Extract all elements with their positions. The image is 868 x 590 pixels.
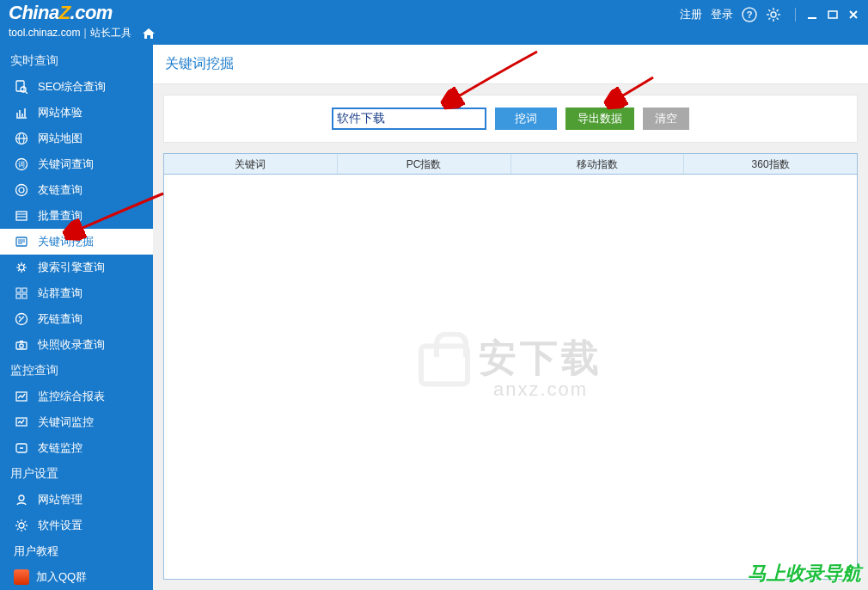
watermark-line1: 安下载 (479, 333, 602, 384)
sidebar-item-label: 快照收录查询 (38, 337, 105, 353)
sidebar-item-keyword-query[interactable]: 词 关键词查询 (0, 151, 153, 177)
camera-icon (14, 337, 29, 353)
results-table: 关键词 PC指数 移动指数 360指数 安下载 anxz.com (163, 153, 858, 580)
sidebar-item-experience[interactable]: 网站体验 (0, 100, 153, 126)
chart-icon (14, 105, 29, 120)
sidebar-item-label: 站群查询 (38, 286, 83, 301)
home-icon[interactable] (142, 28, 156, 41)
sidebar-item-deadlink[interactable]: 死链查询 (0, 306, 153, 332)
table-header: 关键词 PC指数 移动指数 360指数 (164, 154, 857, 175)
help-icon[interactable]: ? (742, 7, 757, 22)
logo: ChinaZ.com tool.chinaz.com | 站长工具 (9, 3, 156, 41)
mining-icon (14, 234, 29, 249)
svg-point-33 (19, 495, 24, 501)
window-controls (795, 8, 861, 22)
main-panel: 关键词挖掘 挖词 导出数据 清空 关键词 PC指数 移动指数 360指数 安下载… (153, 45, 868, 590)
section-realtime: 实时查询 (0, 48, 153, 74)
sidebar-item-monitor-report[interactable]: 监控综合报表 (0, 384, 153, 409)
sidebar-item-friendlink[interactable]: 友链查询 (0, 177, 153, 203)
sidebar-item-keyword-mining[interactable]: 关键词挖掘 (0, 229, 153, 255)
sidebar-item-guide[interactable]: 用户教程 (0, 538, 153, 564)
svg-point-28 (20, 344, 23, 347)
svg-rect-24 (16, 294, 21, 298)
section-monitor: 监控查询 (0, 358, 153, 384)
sidebar-item-se-query[interactable]: 搜索引擎查询 (0, 255, 153, 280)
lock-icon (419, 343, 470, 386)
sidebar-item-label: SEO综合查询 (38, 79, 106, 95)
footer-ad: 马上收录导航 (748, 561, 861, 587)
sidebar-item-qq[interactable]: 加入QQ群 (0, 564, 153, 590)
sidebar-item-label: 友链查询 (38, 182, 83, 198)
col-360-index: 360指数 (684, 154, 857, 174)
sitegroup-icon (14, 286, 29, 301)
sidebar-item-label: 网站管理 (38, 492, 83, 507)
sidebar-item-keyword-monitor[interactable]: 关键词监控 (0, 409, 153, 435)
export-button[interactable]: 导出数据 (565, 108, 634, 130)
watermark: 安下载 anxz.com (419, 333, 602, 401)
sidebar-item-label: 友链监控 (38, 440, 83, 456)
sidebar-item-sitemap[interactable]: 网站地图 (0, 126, 153, 151)
sidebar-item-friendlink-monitor[interactable]: 友链监控 (0, 435, 153, 461)
svg-rect-14 (16, 212, 27, 220)
sidebar-item-label: 关键词查询 (38, 157, 94, 172)
sidebar-item-label: 网站体验 (38, 105, 83, 120)
watermark-line2: anxz.com (479, 378, 602, 401)
svg-text:词: 词 (18, 161, 25, 169)
sidebar-item-seo[interactable]: SEO综合查询 (0, 74, 153, 100)
sidebar: 实时查询 SEO综合查询 网站体验 网站地图 词 关键词查询 友链查询 批量查询… (0, 45, 153, 590)
qq-icon (14, 569, 29, 585)
settings-icon[interactable] (766, 7, 781, 22)
sidebar-item-snapshot[interactable]: 快照收录查询 (0, 332, 153, 358)
sidebar-item-label: 批量查询 (38, 208, 83, 224)
keyword-input[interactable] (332, 108, 486, 130)
titlebar-right: 注册 登录 ? (680, 7, 861, 22)
sidebar-item-software-settings[interactable]: 软件设置 (0, 513, 153, 538)
page-title: 关键词挖掘 (153, 45, 868, 84)
sidebar-item-label: 加入QQ群 (36, 569, 87, 585)
svg-rect-4 (828, 11, 837, 18)
report-icon (14, 389, 29, 404)
logo-main: ChinaZ.com (9, 3, 156, 22)
clear-button[interactable]: 清空 (643, 108, 689, 130)
col-keyword: 关键词 (164, 154, 338, 174)
logo-text-z: Z (59, 2, 70, 23)
sidebar-item-sitegroup[interactable]: 站群查询 (0, 280, 153, 306)
search-doc-icon (14, 79, 29, 95)
sidebar-item-label: 关键词监控 (38, 415, 94, 430)
login-link[interactable]: 登录 (711, 7, 733, 22)
batch-icon (14, 208, 29, 224)
user-icon (14, 492, 29, 507)
keyword-icon: 词 (14, 157, 29, 172)
sidebar-item-label: 死链查询 (38, 311, 83, 327)
minimize-button[interactable] (804, 8, 820, 22)
globe-icon (14, 131, 29, 146)
spider-icon (14, 260, 29, 275)
link-monitor-icon (14, 440, 29, 456)
logo-domain: tool.chinaz.com (9, 28, 80, 38)
sidebar-item-batch[interactable]: 批量查询 (0, 203, 153, 229)
svg-point-2 (771, 12, 776, 17)
sidebar-item-label: 监控综合报表 (38, 389, 105, 404)
register-link[interactable]: 注册 (680, 7, 702, 22)
col-pc-index: PC指数 (338, 154, 511, 174)
dig-button[interactable]: 挖词 (495, 108, 557, 130)
sidebar-item-site-manage[interactable]: 网站管理 (0, 487, 153, 513)
toolbar: 挖词 导出数据 清空 (163, 95, 858, 143)
sidebar-item-label: 软件设置 (38, 518, 83, 533)
svg-text:?: ? (747, 9, 753, 20)
svg-line-7 (25, 91, 28, 94)
close-button[interactable] (846, 8, 861, 22)
svg-rect-23 (22, 288, 27, 292)
svg-rect-29 (20, 341, 23, 342)
logo-text-left: China (9, 2, 59, 23)
link-icon (14, 182, 29, 198)
svg-rect-31 (16, 418, 27, 426)
logo-sub: tool.chinaz.com | 站长工具 (9, 24, 156, 41)
logo-name: 站长工具 (90, 28, 131, 38)
sidebar-item-label: 搜索引擎查询 (38, 260, 105, 275)
sidebar-item-label: 网站地图 (38, 131, 83, 146)
monitor-icon (14, 415, 29, 430)
maximize-button[interactable] (825, 8, 840, 22)
deadlink-icon (14, 311, 29, 327)
sidebar-item-label: 用户教程 (14, 544, 58, 559)
